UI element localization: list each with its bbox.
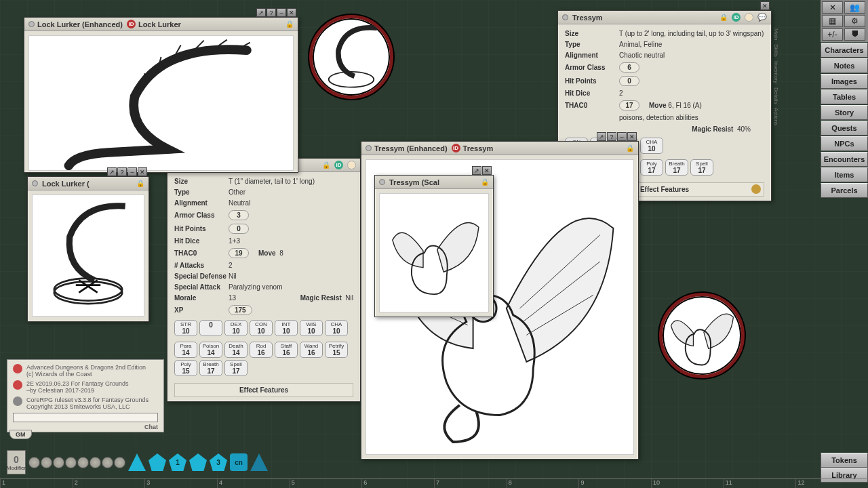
hotkey-slot[interactable] bbox=[114, 457, 125, 468]
link-icon[interactable] bbox=[366, 145, 372, 151]
id-badge-icon[interactable]: ID bbox=[334, 161, 343, 169]
hotkey-slot[interactable] bbox=[77, 457, 89, 468]
link-icon[interactable] bbox=[28, 21, 35, 27]
id-badge-icon[interactable]: ID bbox=[732, 13, 741, 22]
ability-box[interactable]: Poison14 bbox=[199, 342, 222, 358]
link-icon[interactable] bbox=[562, 14, 568, 20]
tressym-token[interactable] bbox=[659, 293, 745, 378]
close-icon[interactable]: ✕ bbox=[482, 166, 492, 175]
d6-die[interactable] bbox=[149, 453, 166, 471]
edit-icon[interactable] bbox=[751, 184, 761, 194]
thaco-value[interactable]: 17 bbox=[619, 100, 639, 110]
hotkey-slot[interactable] bbox=[65, 457, 77, 468]
hotkey-slot[interactable] bbox=[28, 457, 40, 468]
ability-box[interactable]: INT10 bbox=[275, 320, 298, 336]
ability-box[interactable]: Staff16 bbox=[275, 342, 298, 358]
tab-base[interactable]: Tressym bbox=[463, 144, 494, 152]
ac-value[interactable]: 3 bbox=[229, 210, 249, 220]
id-icon[interactable]: ID bbox=[127, 20, 136, 28]
effect-features[interactable]: Effect Features bbox=[174, 383, 353, 397]
ability-box[interactable]: Petrify15 bbox=[325, 342, 348, 358]
ability-box[interactable]: Breath17 bbox=[665, 159, 688, 176]
ruler-tick[interactable]: 7 bbox=[434, 479, 507, 488]
chat-input[interactable] bbox=[13, 413, 158, 422]
ability-box[interactable]: CHA10 bbox=[325, 320, 348, 336]
minus-icon[interactable]: – bbox=[127, 167, 137, 176]
ability-box[interactable]: Poly15 bbox=[174, 360, 197, 376]
lock-lurker-sheet-window[interactable]: Lock Lurker 🔒 ID SizeT (1" diameter, tai… bbox=[167, 158, 361, 402]
modifier-box[interactable]: 0Modifier bbox=[7, 450, 26, 474]
tab-enhanced[interactable]: Tressym (Enhanced) bbox=[374, 144, 448, 152]
lock-lurker-token[interactable] bbox=[309, 15, 393, 99]
ruler-tick[interactable]: 6 bbox=[361, 479, 434, 488]
tab-skills[interactable]: Skills bbox=[773, 44, 779, 57]
ruler-tick[interactable]: 10 bbox=[651, 479, 724, 488]
link-icon[interactable] bbox=[32, 180, 38, 186]
ruler-tick[interactable]: 3 bbox=[144, 479, 217, 488]
close-icon[interactable]: ✕ bbox=[287, 8, 296, 17]
portrait-icon[interactable] bbox=[347, 161, 356, 169]
lock-icon[interactable]: 🔒 bbox=[285, 20, 294, 28]
sidebar-images[interactable]: Images bbox=[821, 74, 868, 89]
ruler-tick[interactable]: 5 bbox=[290, 479, 362, 488]
ability-box[interactable]: Spell17 bbox=[224, 360, 248, 376]
ability-box[interactable]: Para14 bbox=[174, 342, 197, 358]
ability-box[interactable]: CHA10 bbox=[640, 138, 663, 154]
ruler-tick[interactable]: 9 bbox=[578, 479, 651, 488]
sidebar-npcs[interactable]: NPCs bbox=[821, 136, 868, 151]
ruler-tick[interactable]: 12 bbox=[795, 479, 868, 488]
gm-identity[interactable]: GM bbox=[9, 430, 32, 439]
tab-main[interactable]: Main bbox=[773, 28, 779, 40]
tab-base[interactable]: Lock Lurker bbox=[138, 20, 181, 28]
ability-box[interactable]: Breath17 bbox=[199, 360, 222, 376]
tab-actions[interactable]: Actions bbox=[773, 108, 779, 125]
ability-box[interactable]: CON10 bbox=[250, 320, 273, 336]
link-icon[interactable] bbox=[379, 179, 385, 185]
xp-value[interactable]: 175 bbox=[229, 305, 252, 315]
tools-icon[interactable]: ✕ bbox=[822, 1, 843, 14]
hotkey-slot[interactable] bbox=[53, 457, 64, 468]
d8-die[interactable]: 1 bbox=[169, 453, 186, 471]
ability-box[interactable]: Rod16 bbox=[250, 342, 273, 358]
lock-icon[interactable]: 🔒 bbox=[481, 178, 489, 186]
lock-icon[interactable]: 🔒 bbox=[626, 144, 634, 152]
tab-enhanced[interactable]: Lock Lurker (Enhanced) bbox=[37, 20, 123, 28]
tab-details[interactable]: Details bbox=[773, 87, 779, 104]
ability-box[interactable]: Death14 bbox=[224, 342, 248, 358]
thaco-value[interactable]: 19 bbox=[229, 248, 249, 258]
hotkey-slot[interactable] bbox=[90, 457, 101, 468]
d20-die[interactable]: cn bbox=[230, 453, 248, 471]
tab-inventory[interactable]: Inventory bbox=[773, 61, 779, 83]
party-icon[interactable]: 👥 bbox=[844, 1, 865, 14]
sidebar-notes[interactable]: Notes bbox=[821, 58, 868, 73]
close-icon[interactable]: ✕ bbox=[138, 167, 147, 176]
sidebar-items[interactable]: Items bbox=[821, 167, 868, 182]
ability-box[interactable]: WIS10 bbox=[300, 320, 323, 336]
ac-value[interactable]: 6 bbox=[619, 62, 639, 73]
minus-icon[interactable]: – bbox=[277, 8, 286, 17]
chat-bubble-icon[interactable]: 💬 bbox=[757, 13, 767, 22]
shield-icon[interactable]: ⛊ bbox=[844, 28, 865, 41]
sidebar-tables[interactable]: Tables bbox=[821, 89, 868, 104]
hp-value[interactable]: 0 bbox=[619, 76, 639, 86]
calendar-icon[interactable]: ▦ bbox=[822, 15, 843, 27]
minus-icon[interactable]: – bbox=[617, 132, 627, 141]
ability-box[interactable]: Wand16 bbox=[300, 342, 323, 358]
lock-icon[interactable]: 🔒 bbox=[719, 14, 728, 21]
close-icon[interactable]: ✕ bbox=[627, 132, 637, 141]
sidebar-quests[interactable]: Quests bbox=[821, 121, 868, 136]
ability-box[interactable]: STR10 bbox=[174, 320, 197, 336]
sidebar-story[interactable]: Story bbox=[821, 105, 868, 120]
modifier-icon[interactable]: +/- bbox=[822, 28, 843, 41]
ability-box[interactable]: Poly17 bbox=[640, 159, 663, 176]
lock-lurker-small-image-window[interactable]: ↗ ? – ✕ Lock Lurker ( 🔒 bbox=[27, 176, 149, 322]
title-bar[interactable]: Lock Lurker ( 🔒 bbox=[28, 177, 149, 190]
ruler-tick[interactable]: 4 bbox=[217, 479, 290, 488]
sidebar-characters[interactable]: Characters bbox=[821, 43, 868, 58]
id-icon[interactable]: ID bbox=[452, 144, 460, 152]
title-bar[interactable]: Tressym (Scal 🔒 bbox=[375, 176, 493, 189]
title-bar[interactable]: Tressym (Enhanced) IDTressym 🔒 bbox=[361, 142, 638, 155]
hotkey-slot[interactable] bbox=[102, 457, 113, 468]
d10-die[interactable] bbox=[189, 453, 207, 471]
ability-box[interactable]: DEX10 bbox=[224, 320, 248, 336]
